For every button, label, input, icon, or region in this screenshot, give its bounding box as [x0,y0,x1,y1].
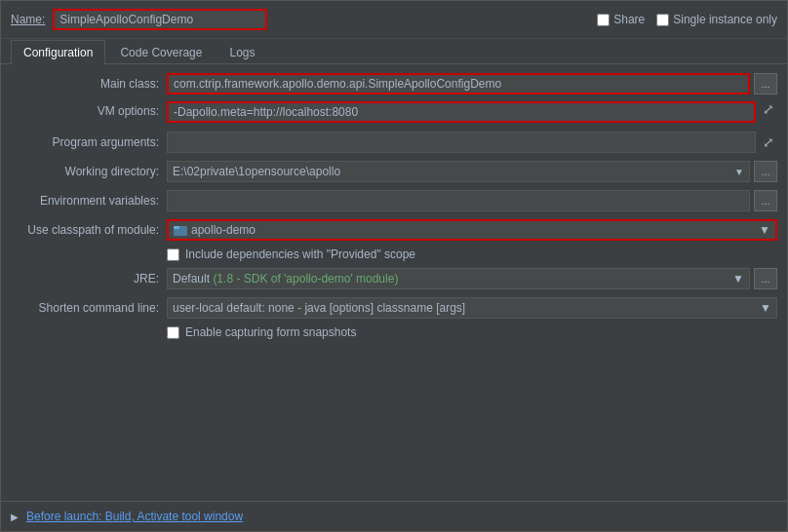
share-checkbox[interactable] [597,14,610,26]
module-folder-icon [174,223,187,237]
include-deps-checkbox[interactable] [167,248,179,261]
shorten-cmd-dropdown[interactable]: user-local default: none - java [options… [167,297,777,319]
shorten-cmd-arrow-icon: ▼ [760,301,771,315]
main-class-input[interactable] [167,73,750,95]
program-args-input[interactable] [167,132,756,153]
jre-field-wrap: Default (1.8 - SDK of 'apollo-demo' modu… [167,268,777,289]
vm-options-expand-btn[interactable]: ⤢ [760,101,777,117]
working-dir-label: Working directory: [11,165,167,178]
capture-row: Enable capturing form snapshots [167,325,777,339]
working-dir-row: Working directory: E:\02private\1opensou… [11,160,777,183]
tab-configuration[interactable]: Configuration [11,40,105,64]
main-class-row: Main class: ... [11,72,777,95]
shorten-cmd-label: Shorten command line: [11,301,167,315]
jre-label: JRE: [11,272,167,285]
classpath-dropdown[interactable]: apollo-demo ▼ [167,219,777,241]
tab-logs[interactable]: Logs [217,40,267,64]
vm-options-label: VM options: [11,101,167,118]
main-class-browse-btn[interactable]: ... [754,73,777,95]
working-dir-dropdown[interactable]: E:\02private\1opensource\apollo ▼ [167,161,750,182]
working-dir-field-wrap: E:\02private\1opensource\apollo ▼ ... [167,161,777,182]
capture-checkbox[interactable] [167,326,179,339]
shorten-cmd-row: Shorten command line: user-local default… [11,296,777,320]
classpath-arrow-icon: ▼ [759,223,770,237]
jre-dropdown-value: Default (1.8 - SDK of 'apollo-demo' modu… [173,272,398,285]
single-instance-checkbox[interactable] [656,14,669,26]
env-vars-input[interactable] [167,190,750,211]
module-icon: apollo-demo [174,223,256,237]
env-vars-browse-btn[interactable]: ... [754,190,777,211]
before-launch-bar: ▶ Before launch: Build, Activate tool wi… [1,501,787,531]
shorten-cmd-field-wrap: user-local default: none - java [options… [167,297,777,319]
single-instance-label: Single instance only [673,13,777,26]
share-label: Share [613,13,645,26]
content-area: Main class: ... VM options: ⤢ Program ar… [1,64,787,501]
before-launch-link[interactable]: Before launch: Build, Activate tool wind… [26,510,243,523]
header-row: Name: Share Single instance only [1,1,787,39]
env-vars-field-wrap: ... [167,190,777,211]
program-args-field-wrap: ⤢ [167,132,777,153]
classpath-value: apollo-demo [191,223,256,237]
jre-arrow-icon: ▼ [732,272,744,285]
jre-default-text: Default [173,272,210,285]
jre-row: JRE: Default (1.8 - SDK of 'apollo-demo'… [11,267,777,290]
vm-options-input[interactable] [167,101,756,123]
shorten-cmd-value: user-local default: none - java [options… [173,301,465,315]
main-class-label: Main class: [11,77,167,91]
working-dir-browse-btn[interactable]: ... [754,161,777,182]
capture-label: Enable capturing form snapshots [185,325,356,339]
vm-options-row: VM options: ⤢ [11,101,777,125]
classpath-row: Use classpath of module: apollo-demo ▼ [11,218,777,242]
jre-dropdown[interactable]: Default (1.8 - SDK of 'apollo-demo' modu… [167,268,750,289]
single-instance-checkbox-label[interactable]: Single instance only [656,13,777,26]
before-launch-triangle-icon: ▶ [11,512,19,522]
vm-options-field-wrap: ⤢ [167,101,777,123]
include-deps-label: Include dependencies with "Provided" sco… [185,247,415,261]
name-label: Name: [11,13,45,26]
svg-rect-1 [174,226,179,229]
tab-code-coverage[interactable]: Code Coverage [107,40,215,64]
env-vars-row: Environment variables: ... [11,189,777,212]
header-right: Share Single instance only [597,13,777,26]
working-dir-value: E:\02private\1opensource\apollo [173,165,340,178]
name-input[interactable] [53,9,267,30]
program-args-expand-btn[interactable]: ⤢ [760,134,777,150]
share-checkbox-label[interactable]: Share [597,13,645,26]
env-vars-label: Environment variables: [11,194,167,208]
jre-browse-btn[interactable]: ... [754,268,777,289]
main-class-field-wrap: ... [167,73,777,95]
tabs-row: Configuration Code Coverage Logs [1,39,787,64]
classpath-label: Use classpath of module: [11,223,167,237]
classpath-field-wrap: apollo-demo ▼ [167,219,777,241]
include-deps-row: Include dependencies with "Provided" sco… [167,247,777,261]
jre-version-text: (1.8 - SDK of 'apollo-demo' module) [213,272,398,285]
program-args-label: Program arguments: [11,135,167,149]
working-dir-arrow-icon: ▼ [734,167,744,177]
program-args-row: Program arguments: ⤢ [11,131,777,154]
